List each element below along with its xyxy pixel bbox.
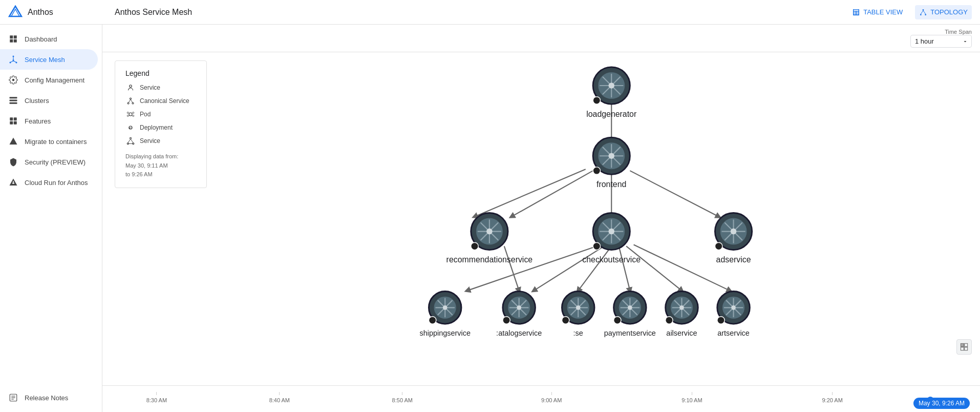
topology-graph[interactable]: loadgenerator frontend	[102, 52, 980, 385]
svg-point-145	[628, 305, 632, 310]
svg-rect-8	[14, 35, 17, 38]
sidebar-item-service-mesh[interactable]: Service Mesh	[0, 49, 98, 70]
node-se[interactable]: :se	[562, 292, 594, 338]
sidebar-item-config-management[interactable]: Config Management	[0, 70, 98, 90]
svg-point-74	[593, 97, 600, 104]
node-frontend[interactable]: frontend	[593, 137, 630, 189]
node-currencyservice[interactable]: artservice	[717, 292, 750, 338]
svg-point-82	[608, 153, 614, 159]
timeline-label-830: 8:30 AM	[146, 397, 167, 403]
sidebar-item-security[interactable]: Security (PREVIEW)	[0, 152, 98, 172]
svg-rect-25	[14, 121, 17, 125]
minimap-button[interactable]	[956, 339, 972, 355]
svg-point-155	[666, 317, 673, 324]
timeline-tick-900: 9:00 AM	[541, 392, 562, 403]
topology-button[interactable]: TOPOLOGY	[915, 5, 972, 19]
timeline-label-910: 9:10 AM	[681, 397, 702, 403]
graph-area: Legend Service Canonical Service	[102, 52, 980, 385]
time-span-label: Time Span	[945, 29, 972, 35]
node-recommendationservice[interactable]: recommendationservice	[446, 213, 533, 264]
svg-point-109	[731, 229, 737, 235]
timeline-label-850: 8:50 AM	[392, 397, 413, 403]
svg-point-4	[925, 14, 927, 15]
main-layout: Dashboard Service Mesh Config Management…	[0, 25, 980, 412]
clusters-icon	[8, 95, 18, 106]
svg-rect-21	[10, 102, 17, 104]
timeline-tick-840: 8:40 AM	[269, 392, 290, 403]
svg-point-92	[471, 242, 478, 250]
svg-point-101	[593, 242, 600, 250]
svg-rect-166	[961, 343, 964, 346]
security-icon	[8, 157, 18, 167]
svg-point-127	[517, 305, 521, 310]
svg-text:shippingservice: shippingservice	[419, 329, 471, 337]
migrate-label: Migrate to containers	[25, 138, 87, 146]
svg-line-63	[578, 246, 611, 291]
svg-line-64	[619, 246, 630, 291]
svg-point-137	[562, 317, 569, 324]
content-area: Time Span 1 hour 3 hours 6 hours 12 hour…	[102, 25, 980, 412]
svg-text:checkoutservice: checkoutservice	[582, 255, 641, 264]
svg-line-58	[630, 171, 718, 217]
svg-rect-169	[965, 347, 968, 351]
sidebar-item-cloud-run[interactable]: Cloud Run for Anthos	[0, 172, 98, 193]
svg-rect-168	[961, 347, 964, 351]
sidebar-item-dashboard[interactable]: Dashboard	[0, 29, 98, 49]
node-catalogservice[interactable]: :atalogservice	[496, 292, 542, 338]
svg-point-136	[576, 305, 581, 310]
sidebar-item-migrate[interactable]: Migrate to containers	[0, 131, 98, 152]
svg-rect-24	[10, 121, 13, 125]
svg-rect-167	[965, 343, 968, 346]
svg-point-146	[614, 317, 621, 324]
sidebar-item-clusters[interactable]: Clusters	[0, 90, 98, 111]
logo-area: Anthos	[8, 5, 111, 19]
svg-point-11	[13, 56, 14, 57]
node-paymentservice[interactable]: paymentservice	[604, 292, 656, 338]
timeline-tick-850: 8:50 AM	[392, 392, 413, 403]
svg-point-2	[923, 9, 924, 11]
config-management-label: Config Management	[25, 76, 84, 84]
table-view-button[interactable]: TABLE VIEW	[848, 5, 907, 19]
node-adservice[interactable]: adservice	[715, 213, 752, 264]
svg-text:recommendationservice: recommendationservice	[446, 255, 533, 264]
svg-text:adservice: adservice	[716, 255, 751, 264]
svg-point-163	[731, 305, 736, 310]
timeline-current-badge: May 30, 9:26 AM	[913, 398, 970, 409]
release-notes-label: Release Notes	[25, 394, 68, 402]
sidebar: Dashboard Service Mesh Config Management…	[0, 25, 102, 412]
content-toolbar: Time Span 1 hour 3 hours 6 hours 12 hour…	[102, 25, 980, 52]
anthos-logo-icon	[8, 5, 23, 19]
security-label: Security (PREVIEW)	[25, 158, 86, 166]
svg-point-3	[920, 14, 922, 15]
topbar: Anthos Anthos Service Mesh TABLE VIEW TO…	[0, 0, 980, 25]
svg-line-62	[534, 246, 604, 291]
svg-text::atalogservice: :atalogservice	[496, 329, 542, 337]
timeline-tick-830: 8:30 AM	[146, 392, 167, 403]
config-icon	[8, 75, 18, 85]
svg-rect-20	[10, 100, 17, 101]
svg-point-73	[608, 83, 614, 89]
timeline-tick-910: 9:10 AM	[681, 392, 702, 403]
svg-point-110	[715, 242, 722, 250]
timeline-label-900: 9:00 AM	[541, 397, 562, 403]
table-view-label: TABLE VIEW	[863, 8, 903, 16]
svg-point-91	[486, 229, 493, 235]
svg-rect-7	[10, 35, 13, 38]
notes-icon	[8, 393, 18, 403]
features-icon	[8, 116, 18, 126]
sidebar-item-release-notes[interactable]: Release Notes	[0, 387, 98, 408]
node-loadgenerator[interactable]: loadgenerator	[586, 67, 637, 118]
node-checkoutservice[interactable]: checkoutservice	[582, 213, 641, 264]
svg-rect-19	[10, 97, 17, 98]
app-title: Anthos	[28, 8, 53, 17]
svg-point-119	[429, 317, 436, 324]
top-actions: TABLE VIEW TOPOLOGY	[848, 5, 972, 19]
svg-line-60	[504, 246, 519, 291]
node-shippingservice[interactable]: shippingservice	[419, 292, 471, 338]
sidebar-item-features[interactable]: Features	[0, 111, 98, 131]
node-emailservice[interactable]: ailservice	[666, 292, 698, 338]
svg-point-14	[13, 59, 14, 61]
svg-rect-23	[14, 117, 17, 120]
time-span-select[interactable]: 1 hour 3 hours 6 hours 12 hours 1 day 7 …	[910, 35, 972, 48]
svg-text:artservice: artservice	[717, 329, 750, 337]
